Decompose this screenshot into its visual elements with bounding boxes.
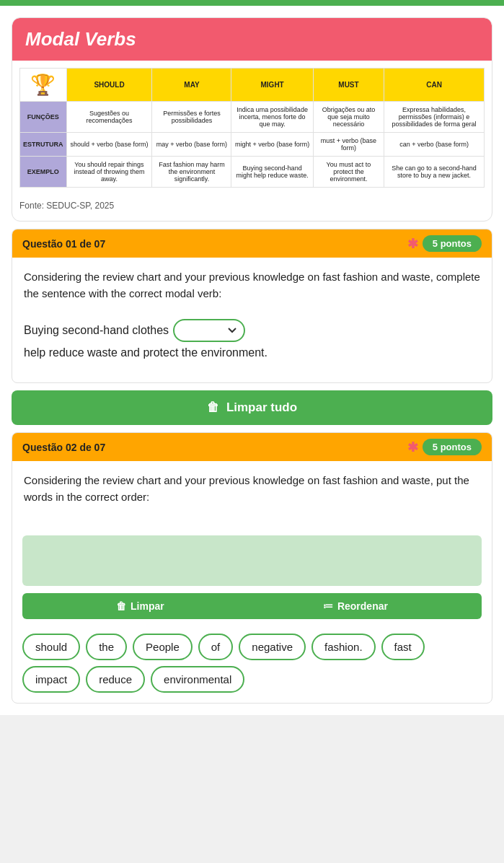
question1-header: Questão 01 de 07 ✱ 5 pontos: [12, 229, 492, 258]
reordenar-button[interactable]: ≔ Reordenar: [323, 600, 388, 612]
modal-verbs-card: Modal Verbs 🏆 SHOULD MAY MIGHT MUST CAN: [12, 17, 492, 222]
funcoes-might: Indica uma possibilidade incerta, menos …: [231, 102, 313, 133]
question2-points: 5 pontos: [423, 439, 482, 455]
funcoes-may: Permissões e fortes possibilidades: [152, 102, 231, 133]
question2-header: Questão 02 de 07 ✱ 5 pontos: [12, 433, 492, 461]
asterisk-icon: ✱: [407, 236, 418, 252]
question1-body: Considering the review chart and your pr…: [12, 258, 492, 382]
words-toolbar: 🗑 Limpar ≔ Reordenar: [22, 593, 482, 619]
limpar-label: Limpar: [131, 600, 164, 612]
clear-all-button[interactable]: 🗑 Limpar tudo: [12, 390, 492, 425]
question1-section: Questão 01 de 07 ✱ 5 pontos Considering …: [12, 229, 492, 383]
question1-text: Considering the review chart and your pr…: [24, 269, 480, 302]
exemplo-label: EXEMPLO: [20, 157, 67, 188]
exemplo-can: She can go to a second-hand store to buy…: [384, 157, 485, 188]
header-may: MAY: [152, 69, 231, 102]
header-can: CAN: [384, 69, 485, 102]
modal-verb-dropdown[interactable]: can should may might must: [173, 319, 245, 342]
question2-num: 02: [66, 442, 77, 453]
header-must: MUST: [313, 69, 384, 102]
modal-verbs-title: Modal Verbs: [25, 28, 479, 51]
question1-of: de 07: [79, 238, 105, 250]
asterisk2-icon: ✱: [407, 439, 418, 455]
trash2-icon: 🗑: [116, 600, 126, 612]
estrutura-label: ESTRUTURA: [20, 133, 67, 157]
funcoes-must: Obrigações ou ato que seja muito necessá…: [313, 102, 384, 133]
question1-points: 5 pontos: [423, 235, 482, 252]
chip-of[interactable]: of: [198, 634, 234, 660]
fonte-text: Fonte: SEDUC-SP, 2025: [19, 195, 485, 214]
funcoes-should: Sugestões ou recomendações: [66, 102, 152, 133]
chip-reduce[interactable]: reduce: [86, 666, 145, 693]
reordenar-label: Reordenar: [337, 600, 388, 612]
clear-all-label: Limpar tudo: [226, 400, 297, 415]
question2-number: Questão 02 de 07: [22, 442, 105, 453]
exemplo-must: You must act to protect the environment.: [313, 157, 384, 188]
chip-fashion[interactable]: fashion.: [311, 634, 376, 660]
question1-number: Questão 01 de 07: [22, 238, 105, 250]
header-might: MIGHT: [231, 69, 313, 102]
word-chips-area: should the People of negative fashion. f…: [12, 626, 492, 703]
table-area: 🏆 SHOULD MAY MIGHT MUST CAN FUNÇÕES Suge…: [12, 61, 492, 221]
funcoes-can: Expressa habilidades, permissões (inform…: [384, 102, 485, 133]
modal-table: 🏆 SHOULD MAY MIGHT MUST CAN FUNÇÕES Suge…: [19, 68, 485, 188]
modal-verbs-header: Modal Verbs: [12, 18, 492, 61]
chip-people[interactable]: People: [133, 634, 193, 660]
sentence-after: help reduce waste and protect the enviro…: [24, 346, 268, 359]
question2-label: Questão: [22, 442, 63, 453]
question1-num: 01: [66, 238, 77, 250]
question2-body: Considering the review chart and your pr…: [12, 461, 492, 528]
chip-environmental[interactable]: environmental: [151, 666, 244, 693]
estrutura-might: might + verbo (base form): [231, 133, 313, 157]
exemplo-might: Buying second-hand might help reduce was…: [231, 157, 313, 188]
question2-section: Questão 02 de 07 ✱ 5 pontos Considering …: [12, 432, 492, 704]
row-funcoes: FUNÇÕES Sugestões ou recomendações Permi…: [20, 102, 485, 133]
reorder-icon: ≔: [323, 600, 333, 612]
top-bar: [0, 0, 504, 6]
limpar-button[interactable]: 🗑 Limpar: [116, 600, 164, 612]
question2-header-right: ✱ 5 pontos: [407, 439, 482, 455]
sentence-area: Buying second-hand clothes can should ma…: [24, 313, 480, 365]
estrutura-can: can + verbo (base form): [384, 133, 485, 157]
question2-text: Considering the review chart and your pr…: [24, 473, 480, 505]
chip-fast[interactable]: fast: [381, 634, 425, 660]
table-icon-cell: 🏆: [20, 69, 67, 102]
exemplo-may: Fast fashion may harm the environment si…: [152, 157, 231, 188]
question1-header-right: ✱ 5 pontos: [407, 235, 482, 252]
sentence-before: Buying second-hand clothes: [24, 324, 169, 337]
exemplo-should: You should repair things instead of thro…: [66, 157, 152, 188]
row-exemplo: EXEMPLO You should repair things instead…: [20, 157, 485, 188]
answer-words-area: [22, 535, 482, 586]
question2-of: de 07: [79, 442, 105, 453]
chip-the[interactable]: the: [86, 634, 127, 660]
funcoes-label: FUNÇÕES: [20, 102, 67, 133]
estrutura-should: should + verbo (base form): [66, 133, 152, 157]
header-should: SHOULD: [66, 69, 152, 102]
chip-impact[interactable]: impact: [22, 666, 80, 693]
main-container: Modal Verbs 🏆 SHOULD MAY MIGHT MUST CAN: [0, 6, 504, 715]
row-estrutura: ESTRUTURA should + verbo (base form) may…: [20, 133, 485, 157]
estrutura-may: may + verbo (base form): [152, 133, 231, 157]
chip-negative[interactable]: negative: [239, 634, 306, 660]
estrutura-must: must + verbo (base form): [313, 133, 384, 157]
chip-should[interactable]: should: [22, 634, 80, 660]
trash-icon: 🗑: [207, 400, 219, 415]
question1-label: Questão: [22, 238, 63, 250]
